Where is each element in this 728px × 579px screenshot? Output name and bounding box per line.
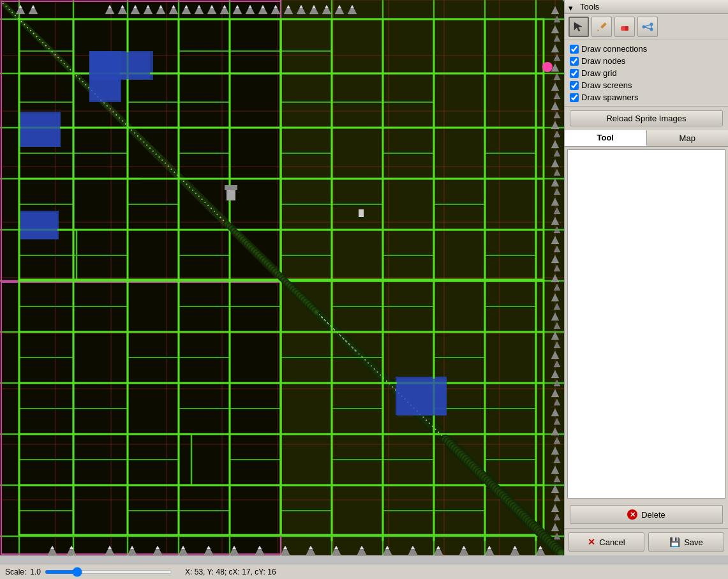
tool-content-area — [567, 149, 725, 499]
svg-line-9 — [644, 27, 651, 29]
svg-rect-1 — [600, 22, 607, 29]
tools-header: ▾ Tools — [565, 0, 728, 14]
eraser-tool-button[interactable] — [614, 17, 635, 37]
cancel-icon: ✕ — [588, 537, 595, 547]
save-button[interactable]: 💾 Save — [648, 532, 724, 552]
draw-grid-row: Draw grid — [570, 67, 723, 79]
draw-spawners-checkbox[interactable] — [570, 93, 579, 102]
scale-area: Scale: 1.0 — [5, 568, 172, 576]
eraser-icon — [619, 21, 630, 33]
scale-label: Scale: — [5, 568, 26, 576]
draw-nodes-label[interactable]: Draw nodes — [581, 56, 625, 66]
draw-connections-row: Draw connections — [570, 43, 723, 55]
coords-display: X: 53, Y: 48; cX: 17, cY: 16 — [185, 568, 276, 576]
draw-spawners-row: Draw spawners — [570, 91, 723, 103]
draw-screens-checkbox[interactable] — [570, 81, 579, 90]
scale-value: 1.0 — [30, 568, 41, 576]
draw-connections-checkbox[interactable] — [570, 45, 579, 54]
cursor-tool-button[interactable] — [568, 17, 589, 37]
svg-marker-0 — [574, 22, 582, 31]
svg-line-8 — [644, 24, 651, 27]
draw-nodes-row: Draw nodes — [570, 55, 723, 67]
tools-title: Tools — [580, 2, 599, 11]
cursor-icon — [573, 21, 584, 33]
nodes-tool-button[interactable] — [637, 17, 658, 37]
game-map-canvas[interactable] — [0, 0, 564, 555]
draw-grid-label[interactable]: Draw grid — [581, 68, 617, 78]
tab-map-button[interactable]: Map — [647, 130, 729, 146]
delete-label: Delete — [641, 510, 665, 520]
draw-nodes-checkbox[interactable] — [570, 57, 579, 66]
svg-rect-4 — [625, 26, 628, 31]
scale-slider[interactable] — [45, 570, 172, 574]
draw-screens-label[interactable]: Draw screens — [581, 80, 632, 90]
pencil-tool-button[interactable] — [591, 17, 612, 37]
draw-connections-label[interactable]: Draw connections — [581, 44, 647, 54]
draw-spawners-label[interactable]: Draw spawners — [581, 93, 639, 102]
map-canvas-area[interactable] — [0, 0, 564, 555]
draw-screens-row: Draw screens — [570, 79, 723, 91]
options-panel: Draw connections Draw nodes Draw grid Dr… — [565, 40, 728, 107]
right-panel: ▾ Tools — [564, 0, 728, 555]
tab-row: Tool Map — [565, 130, 728, 147]
tab-tool-button[interactable]: Tool — [565, 130, 647, 146]
cancel-button[interactable]: ✕ Cancel — [568, 532, 644, 552]
cancel-label: Cancel — [599, 538, 625, 547]
pencil-icon — [596, 21, 607, 33]
reload-sprite-images-button[interactable]: Reload Sprite Images — [570, 110, 723, 126]
delete-icon: ✕ — [627, 509, 637, 520]
toolbar-row — [565, 14, 728, 40]
panel-arrow-icon[interactable]: ▾ — [568, 3, 576, 11]
status-bar: Scale: 1.0 X: 53, Y: 48; cX: 17, cY: 16 — [0, 564, 728, 579]
nodes-icon — [642, 21, 653, 33]
svg-marker-2 — [597, 29, 599, 31]
delete-button[interactable]: ✕ Delete — [570, 505, 723, 524]
bottom-actions: ✕ Cancel 💾 Save — [565, 528, 728, 555]
draw-grid-checkbox[interactable] — [570, 69, 579, 78]
save-label: Save — [684, 538, 703, 547]
save-icon: 💾 — [669, 537, 680, 547]
